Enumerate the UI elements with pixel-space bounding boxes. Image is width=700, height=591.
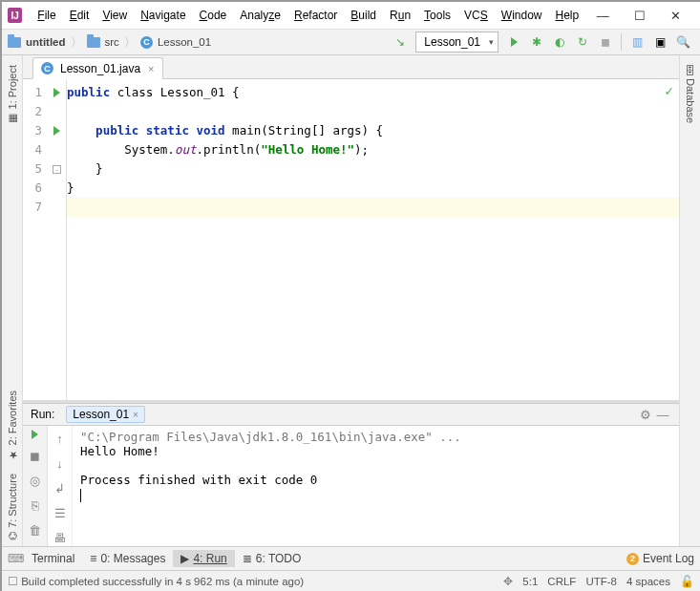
- class-icon: C: [41, 62, 53, 74]
- close-icon[interactable]: ×: [133, 410, 138, 420]
- profile-button[interactable]: ↻: [572, 32, 593, 53]
- run-gutter-icon[interactable]: [53, 88, 60, 97]
- down-icon[interactable]: ↓: [52, 454, 69, 472]
- goto-icon[interactable]: ✥: [503, 575, 513, 588]
- file-encoding[interactable]: UTF-8: [585, 576, 617, 587]
- current-line: [67, 198, 679, 217]
- editor[interactable]: 1234567 - ✓ public class Lesson_01 { pub…: [23, 79, 679, 400]
- search-everywhere[interactable]: 🔍: [672, 32, 693, 53]
- file-tab-label: Lesson_01.java: [60, 62, 140, 75]
- run-anything-button[interactable]: ▣: [649, 32, 670, 53]
- menu-run[interactable]: Run: [384, 7, 416, 24]
- line-separator[interactable]: CRLF: [547, 576, 576, 587]
- status-message: Build completed successfully in 4 s 962 …: [21, 576, 304, 587]
- build-button[interactable]: ↘: [390, 32, 411, 53]
- event-log[interactable]: 2 Event Log: [626, 552, 694, 565]
- menu-edit[interactable]: Edit: [64, 7, 95, 24]
- menu-build[interactable]: Build: [345, 7, 382, 24]
- tab-todo[interactable]: ≣ 6: TODO: [235, 550, 309, 567]
- menu-help[interactable]: Help: [549, 7, 584, 24]
- readonly-icon[interactable]: 🔓: [680, 575, 694, 588]
- stop-button: ◼: [27, 447, 44, 464]
- run-command: "C:\Program Files\Java\jdk1.8.0_161\bin\…: [80, 430, 671, 444]
- tab-structure[interactable]: ⌬ 7: Structure: [6, 468, 18, 546]
- menu-refactor[interactable]: Refactor: [288, 7, 343, 24]
- event-count-badge: 2: [626, 553, 639, 565]
- close-icon[interactable]: ×: [148, 63, 154, 74]
- menu-navigate[interactable]: Navigate: [135, 7, 191, 24]
- app-icon: IJ: [8, 8, 22, 23]
- main-menu: File Edit View Navigate Code Analyze Ref…: [32, 7, 584, 24]
- run-tab[interactable]: Lesson_01×: [66, 406, 145, 423]
- left-gutter-tabs: ▦ 1: Project ★ 2: Favorites ⌬ 7: Structu…: [2, 55, 23, 546]
- breadcrumb-folder[interactable]: src: [105, 36, 119, 48]
- status-icon[interactable]: ☐: [8, 575, 18, 588]
- breadcrumb: untitled 〉 src 〉 C Lesson_01: [8, 35, 211, 50]
- window-minimize[interactable]: —: [584, 2, 621, 29]
- run-gutter-icon[interactable]: [53, 126, 60, 136]
- inspection-ok-icon: ✓: [666, 83, 673, 98]
- run-button[interactable]: [503, 32, 524, 53]
- class-icon: C: [140, 36, 153, 49]
- tab-database[interactable]: 🗄 Database: [685, 59, 696, 129]
- window-close[interactable]: ✕: [658, 2, 694, 29]
- hide-icon[interactable]: —: [654, 406, 671, 423]
- exit-button[interactable]: ⎘: [27, 496, 44, 514]
- stop-button: ◼: [595, 32, 616, 53]
- indent-config[interactable]: 4 spaces: [626, 576, 670, 587]
- project-icon: [8, 37, 21, 48]
- tab-project[interactable]: ▦ 1: Project: [6, 59, 18, 131]
- fold-icon[interactable]: -: [53, 165, 61, 174]
- tab-terminal[interactable]: Terminal: [24, 550, 82, 567]
- terminal-icon: ⌨: [8, 552, 24, 565]
- menu-analyze[interactable]: Analyze: [234, 7, 286, 24]
- caret: [80, 489, 81, 502]
- caret-position[interactable]: 5:1: [522, 576, 538, 587]
- tab-run[interactable]: ▶ 4: Run: [173, 550, 234, 567]
- breadcrumb-class[interactable]: Lesson_01: [158, 36, 211, 48]
- run-output[interactable]: "C:\Program Files\Java\jdk1.8.0_161\bin\…: [73, 426, 679, 546]
- run-exit: Process finished with exit code 0: [80, 473, 671, 487]
- run-config-select[interactable]: Lesson_01: [415, 32, 498, 53]
- run-title: Run:: [31, 408, 54, 421]
- softwrap-icon[interactable]: ↲: [52, 479, 69, 496]
- dump-button[interactable]: ◎: [27, 472, 44, 489]
- window-maximize[interactable]: ☐: [621, 2, 657, 29]
- folder-icon: [87, 37, 100, 48]
- tab-messages[interactable]: ≡ 0: Messages: [82, 550, 173, 567]
- up-icon[interactable]: ↑: [52, 430, 69, 447]
- tab-favorites[interactable]: ★ 2: Favorites: [6, 385, 18, 467]
- menu-tools[interactable]: Tools: [418, 7, 456, 24]
- scroll-icon[interactable]: ☰: [52, 504, 69, 521]
- coverage-button[interactable]: ◐: [549, 32, 570, 53]
- debug-button[interactable]: ✱: [526, 32, 547, 53]
- menu-window[interactable]: Window: [496, 7, 548, 24]
- breadcrumb-project[interactable]: untitled: [26, 36, 66, 48]
- menu-view[interactable]: View: [96, 7, 133, 24]
- menu-vcs[interactable]: VCS: [458, 7, 494, 24]
- right-gutter-tabs: 🗄 Database: [679, 55, 700, 546]
- trash-icon[interactable]: 🗑: [27, 521, 44, 538]
- print-icon[interactable]: 🖶: [52, 529, 69, 546]
- run-toolwindow: Run: Lesson_01× ⚙ — ◼ ◎ ⎘ 🗑 ↑ ↓: [23, 403, 679, 546]
- menu-code[interactable]: Code: [194, 7, 233, 24]
- menu-file[interactable]: File: [32, 7, 61, 24]
- file-tab[interactable]: C Lesson_01.java ×: [32, 57, 163, 79]
- run-stdout: Hello Home!: [80, 444, 671, 458]
- gutter-icons: -: [48, 79, 67, 400]
- project-structure-button[interactable]: ▥: [626, 32, 647, 53]
- line-numbers: 1234567: [23, 79, 48, 400]
- rerun-button[interactable]: [32, 430, 38, 439]
- settings-icon[interactable]: ⚙: [637, 406, 654, 423]
